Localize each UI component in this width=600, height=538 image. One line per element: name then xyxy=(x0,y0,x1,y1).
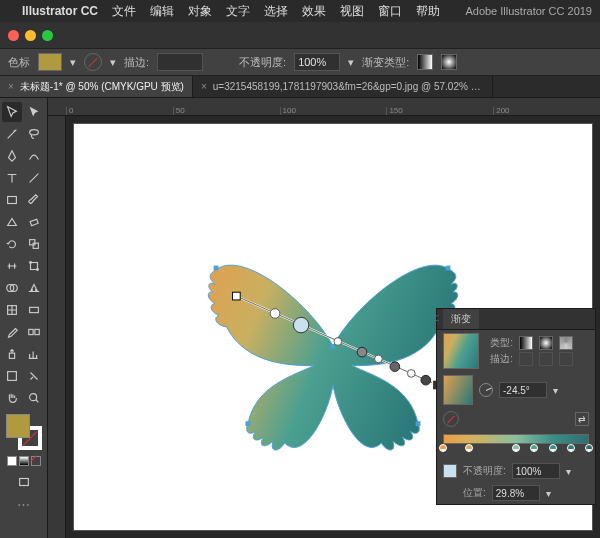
close-icon[interactable]: × xyxy=(8,81,14,92)
selection-tool[interactable] xyxy=(2,102,22,122)
stop-color-swatch[interactable] xyxy=(443,464,457,478)
gradient-stop[interactable] xyxy=(530,444,538,452)
stroke-grad-across-icon[interactable] xyxy=(559,352,573,366)
type-tool[interactable] xyxy=(2,168,22,188)
stop-opacity-input[interactable] xyxy=(512,463,560,479)
panel-tab-gradient[interactable]: 渐变 xyxy=(443,309,479,329)
gradient-panel[interactable]: :: 渐变 类型: 描边: ▾ xyxy=(436,308,596,505)
screen-mode-normal[interactable] xyxy=(14,472,34,492)
ruler-tick: 200 xyxy=(493,107,600,115)
magic-wand-tool[interactable] xyxy=(2,124,22,144)
gradient-stop[interactable] xyxy=(585,444,593,452)
lasso-tool[interactable] xyxy=(24,124,44,144)
stroke-grad-within-icon[interactable] xyxy=(519,352,533,366)
fill-indicator[interactable] xyxy=(6,414,30,438)
window-close-button[interactable] xyxy=(8,30,19,41)
color-mode-solid[interactable] xyxy=(7,456,17,466)
menu-type[interactable]: 文字 xyxy=(226,3,250,20)
free-transform-tool[interactable] xyxy=(24,256,44,276)
window-title: Adobe Illustrator CC 2019 xyxy=(465,5,592,17)
type-label: 类型: xyxy=(485,336,513,350)
line-tool[interactable] xyxy=(24,168,44,188)
direct-selection-tool[interactable] xyxy=(24,102,44,122)
window-minimize-button[interactable] xyxy=(25,30,36,41)
symbol-sprayer-tool[interactable] xyxy=(2,344,22,364)
svg-rect-15 xyxy=(8,372,17,381)
rectangle-tool[interactable] xyxy=(2,190,22,210)
menu-effect[interactable]: 效果 xyxy=(302,3,326,20)
svg-point-31 xyxy=(390,362,400,372)
stop-location-input[interactable] xyxy=(492,485,540,501)
gradient-stop[interactable] xyxy=(549,444,557,452)
menu-help[interactable]: 帮助 xyxy=(416,3,440,20)
gradient-tool[interactable] xyxy=(24,300,44,320)
mesh-tool[interactable] xyxy=(2,300,22,320)
location-label: 位置: xyxy=(463,486,486,500)
rotate-tool[interactable] xyxy=(2,234,22,254)
dropdown-icon[interactable]: ▾ xyxy=(566,466,571,477)
shaper-tool[interactable] xyxy=(2,212,22,232)
no-stroke-icon[interactable] xyxy=(84,53,102,71)
color-mode-gradient[interactable] xyxy=(19,456,29,466)
color-mode-none[interactable] xyxy=(31,456,41,466)
dropdown-icon[interactable]: ▾ xyxy=(553,385,558,396)
app-menu[interactable]: Illustrator CC xyxy=(22,4,98,18)
gradient-preview-swatch[interactable] xyxy=(443,333,479,369)
gradient-linear-icon[interactable] xyxy=(519,336,533,350)
perspective-grid-tool[interactable] xyxy=(24,278,44,298)
document-tab[interactable]: × 未标题-1* @ 50% (CMYK/GPU 预览) xyxy=(0,76,193,97)
opacity-label: 不透明度: xyxy=(463,464,506,478)
curvature-tool[interactable] xyxy=(24,146,44,166)
no-stroke-icon[interactable] xyxy=(443,411,459,427)
window-maximize-button[interactable] xyxy=(42,30,53,41)
gradient-ramp[interactable] xyxy=(443,434,589,444)
stroke-weight-input[interactable] xyxy=(157,53,203,71)
dropdown-icon[interactable]: ▾ xyxy=(546,488,551,499)
menu-select[interactable]: 选择 xyxy=(264,3,288,20)
menu-window[interactable]: 窗口 xyxy=(378,3,402,20)
gradient-freeform-icon[interactable] xyxy=(559,336,573,350)
gradient-stops-row[interactable] xyxy=(443,446,589,456)
edit-toolbar[interactable]: ⋯ xyxy=(14,494,34,514)
gradient-radial-icon[interactable] xyxy=(539,336,553,350)
gradient-stop[interactable] xyxy=(465,444,473,452)
svg-rect-13 xyxy=(35,329,39,334)
menu-object[interactable]: 对象 xyxy=(188,3,212,20)
menu-view[interactable]: 视图 xyxy=(340,3,364,20)
width-tool[interactable] xyxy=(2,256,22,276)
close-icon[interactable]: × xyxy=(201,81,207,92)
gradient-stop[interactable] xyxy=(567,444,575,452)
hand-tool[interactable] xyxy=(2,388,22,408)
gradient-linear-icon[interactable] xyxy=(417,54,433,70)
slice-tool[interactable] xyxy=(24,366,44,386)
svg-rect-17 xyxy=(19,479,28,486)
document-tab[interactable]: × u=3215458199,1781197903&fm=26&gp=0.jpg… xyxy=(193,76,493,97)
reverse-gradient-icon[interactable] xyxy=(575,412,589,426)
dropdown-icon[interactable]: ▾ xyxy=(110,56,116,69)
panel-grip-icon[interactable]: :: xyxy=(431,309,443,329)
shape-builder-tool[interactable] xyxy=(2,278,22,298)
gradient-fill-thumb[interactable] xyxy=(443,375,473,405)
menu-file[interactable]: 文件 xyxy=(112,3,136,20)
menu-edit[interactable]: 编辑 xyxy=(150,3,174,20)
opacity-input[interactable] xyxy=(294,53,340,71)
gradient-stop[interactable] xyxy=(439,444,447,452)
column-graph-tool[interactable] xyxy=(24,344,44,364)
zoom-tool[interactable] xyxy=(24,388,44,408)
stroke-grad-along-icon[interactable] xyxy=(539,352,553,366)
paintbrush-tool[interactable] xyxy=(24,190,44,210)
fill-swatch[interactable] xyxy=(38,53,62,71)
gradient-stop[interactable] xyxy=(512,444,520,452)
eyedropper-tool[interactable] xyxy=(2,322,22,342)
blend-tool[interactable] xyxy=(24,322,44,342)
gradient-radial-icon[interactable] xyxy=(441,54,457,70)
angle-input[interactable] xyxy=(499,382,547,398)
dropdown-icon[interactable]: ▾ xyxy=(70,56,76,69)
artboard-tool[interactable] xyxy=(2,366,22,386)
pen-tool[interactable] xyxy=(2,146,22,166)
scale-tool[interactable] xyxy=(24,234,44,254)
dropdown-icon[interactable]: ▾ xyxy=(348,56,354,69)
svg-rect-4 xyxy=(33,243,38,248)
fill-stroke-indicator[interactable] xyxy=(6,414,42,450)
eraser-tool[interactable] xyxy=(24,212,44,232)
